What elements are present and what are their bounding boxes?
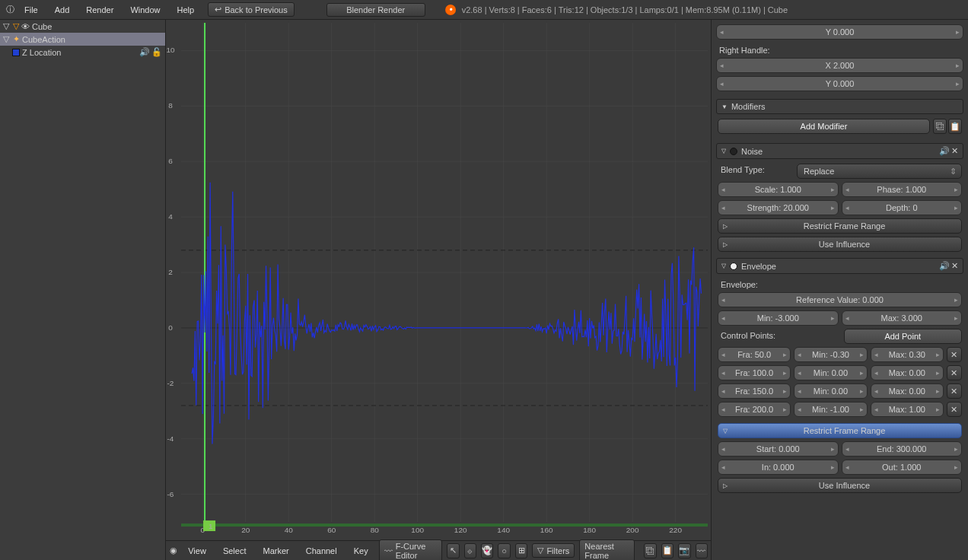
svg-text:0: 0 (168, 323, 173, 332)
outliner-object-row[interactable]: ▽ ▽ 👁 Cube (0, 20, 165, 33)
in-field[interactable]: In: 0.000 (718, 460, 839, 475)
eye-icon[interactable]: 👁 (21, 22, 30, 31)
end-field[interactable]: End: 300.000 (842, 441, 963, 457)
delete-cp-button[interactable]: ✕ (947, 383, 962, 399)
editor-type-icon[interactable]: ◉ (169, 546, 177, 556)
back-arrow-icon: ↩ (215, 5, 221, 14)
delete-cp-button[interactable]: ✕ (947, 402, 962, 417)
svg-text:80: 80 (371, 526, 380, 534)
speaker-icon[interactable]: 🔊 (939, 146, 950, 156)
cursor-icon[interactable]: ↖ (447, 543, 459, 558)
delete-cp-button[interactable]: ✕ (947, 347, 962, 362)
copy-icon[interactable]: ⿻ (644, 543, 656, 558)
restrict-frame-range-noise[interactable]: ▷ Restrict Frame Range (718, 218, 962, 234)
speaker-icon[interactable]: 🔊 (139, 47, 150, 57)
cp-min-field[interactable]: Min: 0.00 (794, 365, 867, 380)
cp-min-field[interactable]: Min: -0.30 (794, 347, 867, 362)
noise-modifier-header[interactable]: ▽ Noise 🔊 ✕ (716, 143, 963, 159)
svg-text:4: 4 (168, 212, 173, 221)
menu-render[interactable]: Render (78, 3, 121, 17)
depth-field[interactable]: Depth: 0 (842, 200, 963, 215)
outliner-channel-row[interactable]: Z Location 🔊 🔓 (0, 46, 165, 59)
lock-icon[interactable]: 🔓 (151, 47, 162, 57)
strength-field[interactable]: Strength: 20.000 (718, 200, 839, 215)
handle-y2-field[interactable]: Y 0.000 (716, 76, 963, 91)
handle-y-field[interactable]: Y 0.000 (716, 24, 963, 40)
graph-canvas-area[interactable]: -6-4-20246810020406080100120140160180200… (166, 20, 711, 540)
ghost-icon[interactable]: 👻 (481, 543, 493, 558)
cp-frame-field[interactable]: Fra: 150.0 (718, 383, 791, 399)
menu-window[interactable]: Window (123, 3, 167, 17)
cp-max-field[interactable]: Max: 0.00 (871, 383, 944, 399)
add-modifier-button[interactable]: Add Modifier (718, 119, 930, 134)
snapshot-icon[interactable]: 📷 (678, 543, 690, 558)
envelope-modifier-header[interactable]: ▽ Envelope 🔊 ✕ (716, 258, 963, 274)
env-min-field[interactable]: Min: -3.000 (718, 310, 839, 326)
render-engine-dropdown[interactable]: Blender Render (326, 3, 425, 17)
menu-file[interactable]: File (17, 3, 46, 17)
add-point-button[interactable]: Add Point (844, 329, 963, 344)
cp-frame-field[interactable]: Fra: 200.0 (718, 402, 791, 417)
cp-max-field[interactable]: Max: 1.00 (871, 402, 944, 417)
svg-text:-4: -4 (167, 434, 174, 443)
menu-channel[interactable]: Channel (300, 544, 343, 558)
phase-field[interactable]: Phase: 1.000 (842, 182, 963, 197)
fcurve-icon: 〰 (384, 546, 393, 555)
menu-select[interactable]: Select (217, 544, 253, 558)
triangle-right-icon: ▷ (723, 482, 728, 489)
delete-cp-button[interactable]: ✕ (947, 365, 962, 380)
menu-help[interactable]: Help (170, 3, 202, 17)
cp-frame-field[interactable]: Fra: 100.0 (718, 365, 791, 380)
snap-icon[interactable]: ⊞ (515, 543, 527, 558)
modifiers-panel-header[interactable]: ▼ Modifiers (716, 99, 963, 114)
menu-add[interactable]: Add (47, 3, 78, 17)
editor-mode-label: F-Curve Editor (396, 542, 437, 560)
cp-min-field[interactable]: Min: -1.00 (794, 402, 867, 417)
speaker-icon[interactable]: 🔊 (939, 261, 950, 271)
info-editor-icon[interactable]: ⓘ (5, 5, 15, 15)
back-label: Back to Previous (224, 5, 288, 14)
handle-x2-field[interactable]: X 2.000 (716, 58, 963, 73)
svg-text:120: 120 (454, 526, 467, 534)
scale-field[interactable]: Scale: 1.000 (718, 182, 839, 197)
blend-type-label: Blend Type: (718, 164, 794, 179)
paste-icon[interactable]: 📋 (661, 543, 673, 558)
cp-max-field[interactable]: Max: 0.00 (871, 365, 944, 380)
cp-frame-field[interactable]: Fra: 50.0 (718, 347, 791, 362)
svg-text:-2: -2 (167, 379, 174, 387)
object-icon: ▽ (13, 21, 19, 31)
copy-modifiers-icon[interactable]: ⿻ (933, 119, 947, 134)
use-influence-noise[interactable]: ▷ Use Influence (718, 237, 962, 252)
env-max-field[interactable]: Max: 3.000 (842, 310, 963, 326)
svg-text:140: 140 (497, 526, 510, 534)
handles-icon[interactable]: ○ (498, 543, 510, 558)
close-icon[interactable]: ✕ (951, 146, 958, 156)
active-modifier-radio[interactable] (730, 262, 737, 270)
reference-value-field[interactable]: Reference Value: 0.000 (718, 292, 962, 307)
svg-text:8: 8 (168, 101, 173, 110)
back-to-previous-button[interactable]: ↩ Back to Previous (208, 2, 295, 17)
snap-mode-dropdown[interactable]: Nearest Frame (579, 539, 635, 561)
filters-button[interactable]: ▽ Filters (532, 543, 575, 558)
out-field[interactable]: Out: 1.000 (842, 460, 963, 475)
normalize-icon[interactable]: ⟐ (464, 543, 476, 558)
action-label: CubeAction (22, 35, 65, 44)
close-icon[interactable]: ✕ (951, 261, 958, 271)
blend-type-dropdown[interactable]: Replace (797, 164, 962, 179)
cp-min-field[interactable]: Min: 0.00 (794, 383, 867, 399)
ghost-curves-icon[interactable]: 〰 (696, 543, 708, 558)
use-influence-envelope[interactable]: ▷ Use Influence (718, 478, 962, 493)
menu-key[interactable]: Key (348, 544, 374, 558)
svg-text:220: 220 (669, 526, 682, 534)
envelope-label: Envelope: (718, 278, 962, 292)
active-modifier-radio[interactable] (730, 148, 737, 155)
menu-view[interactable]: View (182, 544, 212, 558)
restrict-frame-range-envelope[interactable]: ▽ Restrict Frame Range (718, 423, 962, 438)
start-field[interactable]: Start: 0.000 (718, 441, 839, 457)
cp-max-field[interactable]: Max: 0.30 (871, 347, 944, 362)
menu-marker[interactable]: Marker (256, 544, 295, 558)
editor-mode-dropdown[interactable]: 〰 F-Curve Editor (379, 539, 442, 561)
svg-text:60: 60 (327, 526, 336, 534)
paste-modifiers-icon[interactable]: 📋 (948, 119, 962, 134)
outliner-action-row[interactable]: ▽ ✦ CubeAction (0, 33, 165, 46)
